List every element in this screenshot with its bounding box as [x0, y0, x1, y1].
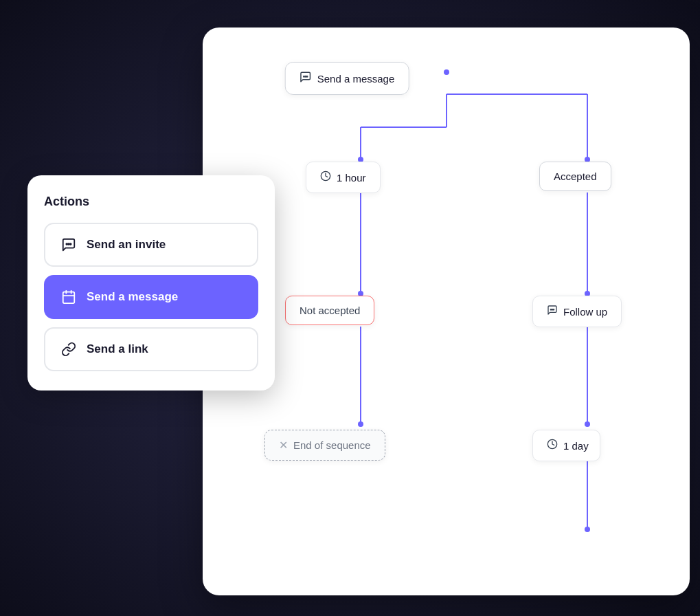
clock-icon	[320, 170, 331, 184]
accepted-label: Accepted	[554, 170, 597, 182]
svg-point-19	[305, 76, 306, 78]
svg-point-27	[68, 243, 69, 245]
message-icon	[300, 71, 312, 86]
end-sequence-label: End of sequence	[293, 439, 371, 451]
svg-point-22	[550, 309, 551, 310]
svg-point-24	[553, 309, 554, 310]
svg-point-14	[585, 421, 590, 427]
not-accepted-label: Not accepted	[300, 305, 360, 316]
send-message-icon	[59, 287, 78, 307]
svg-point-26	[66, 243, 67, 245]
svg-point-12	[358, 421, 363, 427]
svg-point-23	[552, 309, 552, 310]
flow-container: Send a message 1 hour Accepted Not accep…	[203, 28, 690, 595]
send-message-button[interactable]: Send a message	[44, 275, 258, 319]
send-message-node[interactable]: Send a message	[285, 62, 409, 95]
svg-point-28	[70, 243, 71, 245]
send-invite-button[interactable]: Send an invite	[44, 223, 258, 267]
send-link-label: Send a link	[87, 342, 148, 356]
svg-point-18	[304, 76, 305, 78]
send-invite-label: Send an invite	[87, 238, 166, 252]
accepted-node[interactable]: Accepted	[539, 162, 611, 191]
send-message-label: Send a message	[317, 73, 395, 85]
hour-label: 1 hour	[337, 172, 366, 184]
follow-up-node[interactable]: Follow up	[532, 296, 622, 327]
actions-title: Actions	[44, 195, 258, 209]
main-flow-card: Send a message 1 hour Accepted Not accep…	[203, 28, 690, 595]
follow-up-icon	[547, 305, 558, 318]
end-sequence-node[interactable]: ✕ End of sequence	[264, 430, 385, 461]
send-message-btn-label: Send a message	[87, 290, 178, 304]
svg-point-17	[444, 69, 449, 75]
actions-panel: Actions Send an invite Send a message	[27, 175, 275, 390]
send-invite-icon	[59, 235, 78, 254]
send-link-icon	[59, 340, 78, 359]
x-icon: ✕	[279, 439, 288, 452]
follow-up-label: Follow up	[563, 306, 607, 318]
svg-rect-29	[63, 292, 75, 304]
day-label: 1 day	[563, 440, 589, 452]
svg-point-16	[585, 527, 590, 532]
not-accepted-node[interactable]: Not accepted	[285, 296, 374, 325]
svg-point-20	[306, 76, 308, 78]
hour-node[interactable]: 1 hour	[306, 162, 381, 193]
day-node[interactable]: 1 day	[532, 430, 600, 461]
send-link-button[interactable]: Send a link	[44, 327, 258, 371]
clock-day-icon	[547, 439, 558, 452]
